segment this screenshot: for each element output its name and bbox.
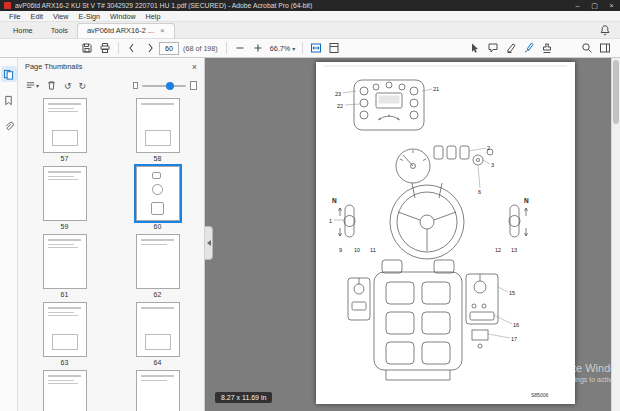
small-page-icon [133, 82, 138, 89]
tab-tools[interactable]: Tools [42, 24, 77, 38]
thumbnail-grid: 57 58 59 60 61 [18, 96, 204, 411]
thumbnail-page-64[interactable]: 64 [136, 302, 180, 370]
scrollbar-thumb[interactable] [613, 60, 619, 124]
print-button[interactable] [96, 40, 114, 56]
callout-13: 13 [511, 247, 517, 253]
page-count-label: (68 of 198) [183, 44, 218, 53]
thumbnail-label: 61 [61, 291, 69, 298]
panel-title: Page Thumbnails [25, 62, 192, 71]
thumbnail-page-60[interactable]: 60 [136, 166, 180, 234]
bookmarks-rail-button[interactable] [1, 92, 17, 108]
thumbnail-page-66[interactable]: 66 [136, 370, 180, 411]
options-menu-button[interactable]: ▾ [25, 80, 39, 91]
notifications-bell-icon[interactable] [596, 22, 614, 38]
callout-22: 22 [337, 103, 343, 109]
highlight-button[interactable] [502, 40, 520, 56]
thumbnail-label: 62 [154, 291, 162, 298]
panel-collapse-handle[interactable] [205, 226, 213, 260]
select-tool-button[interactable] [466, 40, 484, 56]
gear-label-right: N [524, 197, 529, 204]
document-tab-close-icon[interactable]: × [160, 24, 165, 38]
operator-station-figure: 23 22 21 2 3 6 1 9 10 11 12 13 15 16 [316, 62, 575, 404]
gear-lever-right [509, 205, 528, 237]
attachments-rail-button[interactable] [1, 118, 17, 134]
thumbnail-page-62[interactable]: 62 [136, 234, 180, 302]
minimize-button[interactable]: – [569, 0, 586, 11]
callout-17: 17 [511, 336, 517, 342]
zoom-level-value: 66.7% [270, 44, 290, 53]
gear-label-left: N [332, 197, 337, 204]
close-button[interactable]: × [603, 0, 620, 11]
thumbnail-page-65[interactable]: 65 [43, 370, 87, 411]
comment-button[interactable] [484, 40, 502, 56]
callout-12: 12 [495, 247, 501, 253]
navigation-rail [0, 58, 18, 411]
menu-help[interactable]: Help [141, 11, 166, 22]
chevron-down-icon: ▾ [36, 82, 39, 89]
zoom-level-dropdown[interactable]: 66.7% ▾ [270, 44, 295, 53]
thumbnail-page-63[interactable]: 63 [43, 302, 87, 370]
chevron-down-icon: ▾ [292, 45, 295, 52]
panel-toolbar: ▾ ↺ ↻ [18, 75, 204, 96]
slider-handle[interactable] [166, 82, 174, 90]
delete-page-button[interactable] [46, 80, 57, 91]
zoom-out-button[interactable] [231, 40, 249, 56]
save-button[interactable] [78, 40, 96, 56]
thumbnail-label: 58 [154, 155, 162, 162]
callout-3: 3 [491, 162, 494, 168]
thumbnail-label: 63 [61, 359, 69, 366]
vertical-scrollbar[interactable] [611, 58, 620, 411]
menu-view[interactable]: View [48, 11, 73, 22]
page-number-input[interactable] [159, 42, 179, 55]
figure-code: S85006 [531, 392, 548, 398]
fit-width-button[interactable] [307, 40, 325, 56]
callout-6: 6 [478, 189, 481, 195]
rotate-right-button[interactable]: ↻ [79, 81, 87, 91]
panel-close-icon[interactable]: × [192, 62, 197, 72]
menu-esign[interactable]: E-Sign [73, 11, 105, 22]
search-icon[interactable] [578, 40, 596, 56]
stamp-button[interactable] [538, 40, 556, 56]
steering-wheel [390, 183, 464, 259]
page-size-indicator: 8.27 x 11.69 in [215, 392, 272, 403]
previous-page-button[interactable] [123, 40, 141, 56]
gear-lever-left [339, 205, 356, 237]
thumbnail-label: 57 [61, 155, 69, 162]
operator-seat [348, 260, 498, 380]
page-thumbnails-rail-button[interactable] [1, 66, 17, 82]
thumbnail-page-61[interactable]: 61 [43, 234, 87, 302]
page-view-button[interactable] [325, 40, 343, 56]
gauge [396, 149, 430, 183]
next-page-button[interactable] [141, 40, 159, 56]
tools-panel-toggle-button[interactable] [596, 40, 614, 56]
callout-21: 21 [433, 86, 439, 92]
callout-10: 10 [354, 247, 360, 253]
thumbnail-page-57[interactable]: 57 [43, 98, 87, 166]
windows-activation-watermark: Activate Windows Go to Settings to activ… [543, 362, 620, 383]
tab-home[interactable]: Home [4, 24, 42, 38]
figure-callouts: 23 22 21 2 3 6 1 9 10 11 12 13 15 16 [329, 86, 548, 398]
menu-window[interactable]: Window [105, 11, 141, 22]
maximize-button[interactable]: ▢ [586, 0, 603, 11]
title-bar: avP06td ARX16-2 KU St V T# 3042929 22070… [0, 0, 620, 11]
tab-document[interactable]: avP06td ARX16-2 ... × [77, 23, 175, 38]
rotate-left-button[interactable]: ↺ [64, 81, 72, 91]
sign-pen-button[interactable] [520, 40, 538, 56]
zoom-in-button[interactable] [249, 40, 267, 56]
pdf-page-60[interactable]: 23 22 21 2 3 6 1 9 10 11 12 13 15 16 [316, 62, 575, 404]
document-viewport[interactable]: 23 22 21 2 3 6 1 9 10 11 12 13 15 16 [205, 58, 620, 411]
acrobat-window: avP06td ARX16-2 KU St V T# 3042929 22070… [0, 0, 620, 411]
chevron-left-icon [207, 240, 211, 246]
callout-11: 11 [370, 247, 376, 253]
thumbnail-label: 60 [154, 223, 162, 230]
thumbnail-size-slider[interactable] [133, 81, 197, 90]
thumbnail-page-58[interactable]: 58 [136, 98, 180, 166]
menu-edit[interactable]: Edit [26, 11, 48, 22]
menu-bar: File Edit View E-Sign Window Help [0, 11, 620, 22]
callout-15: 15 [509, 290, 515, 296]
menu-file[interactable]: File [4, 11, 26, 22]
main-toolbar: (68 of 198) 66.7% ▾ [0, 38, 620, 58]
callout-2: 2 [487, 145, 490, 151]
thumbnail-page-59[interactable]: 59 [43, 166, 87, 234]
watermark-line2: Go to Settings to activate Windows. [543, 376, 620, 383]
